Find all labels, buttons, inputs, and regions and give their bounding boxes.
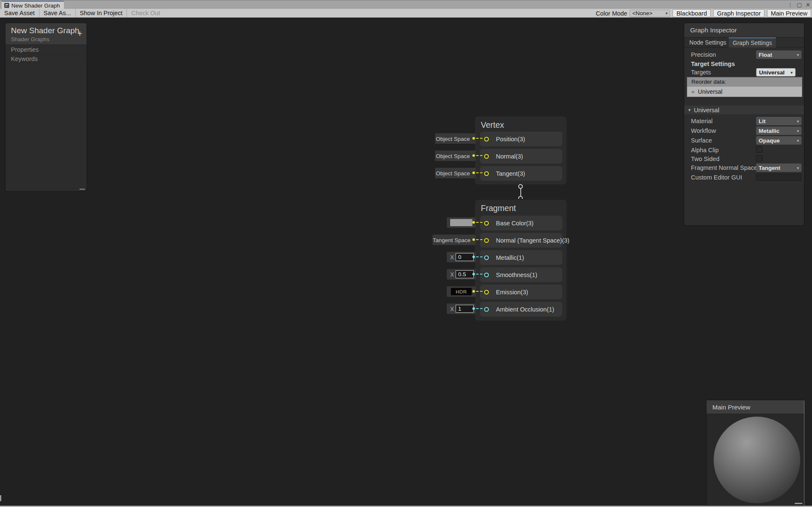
normal-space-control[interactable]: Object Space	[435, 151, 476, 161]
port-icon[interactable]	[484, 171, 489, 176]
smoothness-input[interactable]: 0.5	[456, 270, 474, 278]
connector-dot	[472, 273, 475, 275]
preview-sphere[interactable]	[714, 417, 800, 503]
fragment-slot-smoothness[interactable]: Smoothness(1)	[480, 267, 562, 282]
material-label: Material	[691, 118, 713, 124]
ambient-occlusion-input[interactable]: 1	[456, 305, 474, 313]
blackboard-section-keywords[interactable]: Keywords	[5, 54, 87, 63]
material-row: Material Lit ▾	[684, 116, 804, 126]
connector-dash	[476, 256, 482, 257]
graph-inspector-header[interactable]: Graph Inspector	[684, 23, 804, 37]
fragment-slot-base-color[interactable]: Base Color(3)	[480, 216, 562, 230]
drag-handle-icon[interactable]: =	[691, 89, 695, 95]
position-space-control[interactable]: Object Space	[435, 133, 476, 144]
reorder-data-header: Reorder data:	[687, 77, 802, 86]
fragment-slot-emission[interactable]: Emission(3)	[480, 285, 562, 299]
scrollbar-fragment	[0, 495, 1, 501]
preview-resize-handle[interactable]	[795, 503, 802, 504]
fragment-normal-space-row: Fragment Normal Space Tangent ▾	[684, 163, 804, 172]
check-out-button: Check Out	[127, 9, 164, 17]
tab-graph-settings[interactable]: Graph Settings	[729, 37, 776, 48]
alpha-clip-row: Alpha Clip	[684, 145, 804, 155]
toolbar: Save Asset Save As... Show In Project Ch…	[0, 9, 812, 18]
workflow-value: Metallic	[759, 128, 780, 134]
blackboard-toggle-button[interactable]: Blackboard	[672, 9, 711, 17]
base-color-control[interactable]	[447, 217, 476, 228]
tab-node-settings[interactable]: Node Settings	[687, 37, 729, 48]
window-menu-icon[interactable]: ⋮	[788, 1, 793, 8]
fragment-slot-metallic[interactable]: Metallic(1)	[480, 250, 562, 265]
port-icon[interactable]	[484, 238, 489, 243]
smoothness-control: X 0.5	[447, 269, 476, 280]
port-icon[interactable]	[484, 290, 489, 294]
vertex-slot-normal[interactable]: Normal(3)	[480, 149, 562, 164]
vertex-slot-tangent[interactable]: Tangent(3)	[480, 166, 562, 181]
add-property-button[interactable]: +	[77, 29, 82, 38]
precision-value: Float	[759, 52, 772, 58]
main-preview-header[interactable]: Main Preview	[707, 400, 804, 414]
precision-dropdown[interactable]: Float ▾	[756, 50, 801, 59]
fragment-normal-space-dropdown[interactable]: Tangent ▾	[756, 164, 801, 172]
universal-foldout[interactable]: ▼ Universal	[684, 106, 804, 114]
normal-tangent-space-control[interactable]: Tangent Space	[432, 235, 476, 245]
toolbar-left: Save Asset Save As... Show In Project Ch…	[0, 9, 164, 17]
foldout-arrow-icon: ▼	[688, 108, 691, 112]
two-sided-row: Two Sided	[684, 154, 804, 164]
blackboard-section-properties[interactable]: Properties	[5, 45, 87, 54]
blackboard-title: New Shader Graph	[11, 26, 79, 35]
custom-editor-gui-row: Custom Editor GUI	[684, 173, 804, 182]
color-mode-dropdown[interactable]: <None> ▾	[630, 10, 670, 17]
port-icon[interactable]	[484, 137, 489, 141]
targets-label: Targets	[691, 69, 711, 76]
fragment-slot-normal-tangent-space[interactable]: Normal (Tangent Space)(3)	[480, 233, 562, 248]
show-in-project-button[interactable]: Show In Project	[76, 9, 127, 17]
edge-endpoint-icon[interactable]	[518, 184, 523, 189]
targets-dropdown[interactable]: Universal ▾	[756, 68, 796, 77]
targets-row: Targets Universal ▾	[684, 68, 804, 77]
main-preview-viewport[interactable]	[707, 414, 804, 505]
connector-dot	[472, 290, 475, 293]
hdr-color-swatch[interactable]: HDR	[451, 288, 472, 296]
vertex-fragment-edge[interactable]	[520, 189, 521, 196]
title-bar: New Shader Graph ⋮ ▢ ✕	[0, 0, 812, 9]
workflow-dropdown[interactable]: Metallic ▾	[756, 127, 801, 135]
surface-label: Surface	[691, 137, 712, 144]
main-preview-toggle-button[interactable]: Main Preview	[767, 9, 811, 17]
chevron-down-icon: ▾	[797, 129, 799, 133]
space-label: Object Space	[435, 170, 471, 176]
port-icon[interactable]	[484, 255, 489, 260]
custom-editor-gui-input[interactable]	[756, 174, 801, 181]
chevron-down-icon: ▾	[797, 166, 799, 170]
metallic-input[interactable]: 0	[456, 253, 474, 261]
connector-dash	[476, 155, 482, 156]
custom-editor-gui-label: Custom Editor GUI	[691, 174, 742, 181]
close-icon[interactable]: ✕	[806, 1, 810, 8]
fragment-node[interactable]: Fragment Base Color(3) Normal (Tangent S…	[475, 199, 567, 321]
tangent-space-control[interactable]: Object Space	[435, 168, 476, 178]
vertex-node[interactable]: Vertex Position(3) Normal(3) Tangent(3)	[475, 116, 567, 185]
chevron-down-icon: ▾	[665, 11, 667, 16]
port-icon[interactable]	[484, 307, 489, 312]
maximize-icon[interactable]: ▢	[797, 1, 802, 8]
port-icon[interactable]	[484, 272, 489, 277]
ambient-occlusion-control: X 1	[447, 304, 476, 314]
vertex-slot-position[interactable]: Position(3)	[480, 132, 562, 146]
two-sided-checkbox[interactable]	[756, 155, 762, 161]
material-value: Lit	[759, 118, 766, 124]
save-asset-button[interactable]: Save Asset	[0, 9, 39, 17]
port-icon[interactable]	[484, 154, 489, 158]
tab-new-shader-graph[interactable]: New Shader Graph	[2, 1, 64, 9]
chevron-down-icon: ▾	[797, 53, 799, 57]
slot-label: Metallic(1)	[496, 254, 524, 261]
alpha-clip-checkbox[interactable]	[756, 146, 762, 153]
surface-dropdown[interactable]: Opaque ▾	[756, 136, 801, 145]
port-icon[interactable]	[484, 221, 489, 225]
save-as-button[interactable]: Save As...	[40, 9, 75, 17]
material-dropdown[interactable]: Lit ▾	[756, 117, 801, 125]
color-swatch[interactable]	[450, 219, 472, 226]
window-controls: ⋮ ▢ ✕	[788, 1, 810, 8]
graph-inspector-toggle-button[interactable]: Graph Inspector	[713, 9, 765, 17]
fragment-slot-ambient-occlusion[interactable]: Ambient Occlusion(1)	[480, 302, 562, 317]
blackboard-resize-handle[interactable]	[79, 189, 85, 190]
reorder-item-universal[interactable]: = Universal	[687, 86, 802, 97]
